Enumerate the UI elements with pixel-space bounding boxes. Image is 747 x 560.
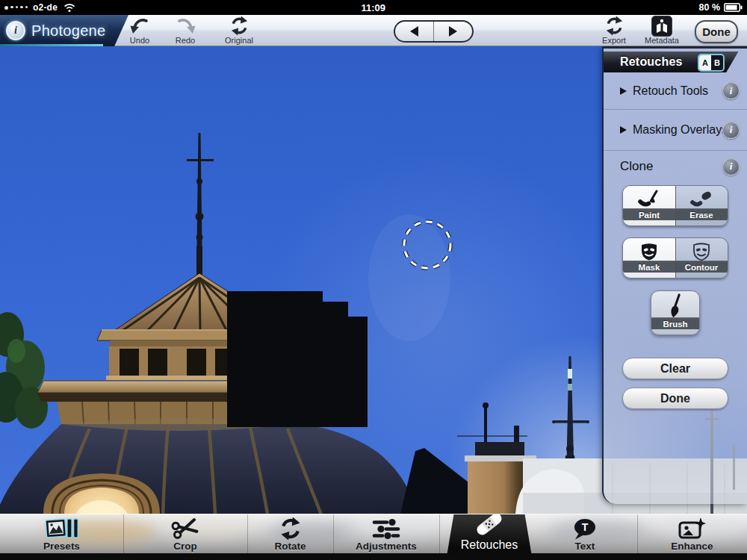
status-bar: o2-de 11:09 80 % (0, 0, 747, 15)
bottom-toolbar: Presets Crop (0, 514, 747, 560)
original-button[interactable]: Original (214, 16, 264, 46)
info-icon[interactable]: i (722, 158, 740, 175)
tab-enhance[interactable]: Enhance (637, 514, 747, 553)
next-image-button[interactable] (433, 22, 472, 41)
photogene-logo-button[interactable]: i Photogene (0, 15, 128, 46)
mask-filled-icon (639, 241, 659, 262)
enhance-icon (678, 517, 707, 541)
paint-brush-icon (636, 189, 662, 210)
redo-button[interactable]: Redo (161, 16, 210, 46)
retouch-tools-row[interactable]: Retouch Tools i (604, 72, 747, 110)
app-info-icon: i (6, 21, 25, 40)
segment-labels: Mask Contour (623, 261, 728, 273)
tab-adjustments[interactable]: Adjustments (333, 514, 439, 553)
panel-done-button[interactable]: Done (622, 388, 728, 409)
top-toolbar: i Photogene Undo Redo (0, 15, 747, 46)
svg-text:T: T (582, 521, 589, 533)
retouches-panel: Retouches A B Retouch Tools i Masking Ov… (602, 46, 747, 504)
export-button[interactable]: Export (589, 16, 639, 46)
text-balloon-icon: T (572, 517, 598, 541)
tab-text[interactable]: T Text (533, 514, 637, 553)
top-done-button[interactable]: Done (695, 20, 738, 43)
eraser-icon (689, 189, 714, 210)
panel-header: Retouches A B (604, 52, 747, 72)
metadata-button[interactable]: Metadata (637, 16, 686, 46)
masking-overlays-row[interactable]: Masking Overlays i (604, 110, 747, 151)
carrier-label: o2-de (33, 2, 58, 13)
metadata-icon (651, 16, 672, 36)
toolbar-divider (439, 514, 440, 553)
clear-button[interactable]: Clear (622, 358, 728, 379)
info-icon[interactable]: i (722, 122, 740, 139)
segment-labels: Paint Erase (623, 208, 728, 220)
brush-label-band: Brush (651, 317, 699, 329)
redo-icon (176, 16, 196, 36)
mask-outline-icon (692, 241, 711, 262)
undo-icon (130, 16, 150, 36)
arrow-right-icon (449, 26, 457, 37)
before-after-compare-icon[interactable]: A B (698, 54, 725, 72)
toolbar-bottom-strip (0, 553, 747, 560)
panel-title: Retouches (620, 55, 683, 69)
clone-section-header: Clone i (604, 151, 747, 182)
adjustments-sliders-icon (371, 517, 401, 541)
battery-icon (724, 3, 743, 12)
info-icon[interactable]: i (722, 82, 740, 99)
presets-icon (45, 516, 79, 541)
mask-contour-segment: Mask Contour (622, 237, 728, 279)
tab-rotate[interactable]: Rotate (247, 514, 333, 553)
battery-percent: 80 % (699, 2, 721, 13)
rotate-icon (279, 517, 303, 541)
dark-structure (227, 291, 368, 427)
crop-scissors-icon (171, 516, 199, 541)
logo-glow-edge (0, 44, 103, 46)
wifi-icon (63, 3, 75, 13)
disclosure-triangle-icon (620, 87, 627, 95)
arrow-left-icon (410, 26, 418, 37)
photogene-app: o2-de 11:09 80 % i Photogene (0, 0, 747, 560)
clock: 11:09 (361, 0, 385, 15)
tab-presets[interactable]: Presets (0, 514, 123, 553)
paint-erase-segment: Paint Erase (622, 185, 728, 226)
export-icon (604, 16, 624, 36)
original-revert-icon (229, 16, 249, 36)
image-nav-control (394, 20, 474, 43)
prev-image-button[interactable] (395, 22, 433, 41)
signal-strength-icon (4, 6, 28, 10)
brush-settings-button[interactable]: Brush (651, 290, 700, 335)
bandaid-icon (474, 514, 504, 538)
disclosure-triangle-icon (620, 126, 627, 134)
app-name: Photogene (31, 22, 105, 40)
tab-crop[interactable]: Crop (123, 514, 247, 553)
